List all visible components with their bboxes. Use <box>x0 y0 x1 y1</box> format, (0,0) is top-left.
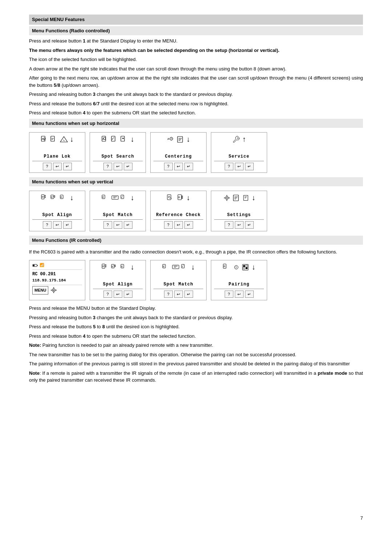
settings-arrow: ↓ <box>252 194 256 201</box>
spot-align-box: R B + B ↕ ↓ Spot Align ? ↩ ↵ <box>29 191 85 231</box>
svg-rect-101 <box>243 265 245 267</box>
pairing-icons: R ? ↓ <box>214 263 264 280</box>
spot-search-label: Spot Search <box>101 153 134 160</box>
svg-text:+: + <box>164 265 165 266</box>
centering-icon2 <box>176 135 184 143</box>
plane-lok-arrow: ↓ <box>70 135 74 143</box>
ir-spot-align-label: Spot Align <box>103 281 132 288</box>
spot-align-btn-undo[interactable]: ↩ <box>53 221 62 229</box>
spot-align-btn-enter[interactable]: ↵ <box>63 221 72 229</box>
ir-spot-match-arrow: ↓ <box>191 263 195 271</box>
radio-p6: Press and release button 4 to open the s… <box>29 109 363 117</box>
radio-p1: The icon of the selected function will b… <box>29 56 363 63</box>
centering-btn-enter[interactable]: ↵ <box>184 163 193 170</box>
pairing-icon3 <box>242 263 250 271</box>
ir-spot-align-btn-question[interactable]: ? <box>103 291 112 298</box>
plane-lok-icon: A <box>41 135 49 143</box>
service-btn-enter[interactable]: ↵ <box>245 163 254 170</box>
vertical-menu-title: Menu functions when set up vertical <box>32 179 113 184</box>
plane-lok-btn-undo[interactable]: ↩ <box>53 163 62 170</box>
plane-lok-btn-question[interactable]: ? <box>43 163 52 170</box>
reference-check-btn-undo[interactable]: ↩ <box>174 221 183 229</box>
pairing-icon2: ? <box>232 263 240 271</box>
spot-align-icon2: B + <box>50 194 58 202</box>
settings-buttons: ? ↩ ↵ <box>214 219 264 229</box>
spot-search-box: A z z z ↓ Spot Search ? ↩ ↵ <box>90 132 146 173</box>
svg-text:?: ? <box>235 266 237 269</box>
ir-spot-align-btn-enter[interactable]: ↵ <box>124 291 132 298</box>
settings-btn-enter[interactable]: ↵ <box>245 221 254 229</box>
svg-rect-104 <box>246 267 248 269</box>
svg-text:z: z <box>114 136 114 138</box>
service-arrow: ↑ <box>242 135 246 143</box>
pairing-buttons: ? ↩ ↵ <box>214 289 264 298</box>
settings-icon2 <box>232 194 240 202</box>
reference-check-icons: R ↓ <box>154 193 203 211</box>
menu-btn[interactable]: MENU <box>32 286 48 295</box>
svg-text:↕: ↕ <box>122 265 123 266</box>
svg-text:R: R <box>102 265 104 268</box>
svg-rect-71 <box>33 265 34 266</box>
svg-rect-49 <box>167 195 171 200</box>
ir-spot-match-icon2 <box>172 263 180 271</box>
service-box: ↑ Service ? ↩ ↵ <box>211 132 267 173</box>
svg-text:R: R <box>42 196 44 198</box>
horizontal-menu-header: Menu functions when set up horizontal <box>29 119 363 128</box>
ir-p3: Pressing and releasing button 3 changes … <box>29 314 363 321</box>
reference-check-btn-question[interactable]: ? <box>164 221 173 229</box>
pairing-icon1: R <box>223 263 231 271</box>
settings-btn-undo[interactable]: ↩ <box>235 221 244 229</box>
ir-spot-align-icon1: R <box>102 263 110 271</box>
horizontal-menu-title: Menu functions when set up horizontal <box>32 121 119 126</box>
spot-match-buttons: ? ↩ ↵ <box>93 219 143 229</box>
ir-p2: Press and release the MENU button at the… <box>29 305 363 312</box>
ir-note4: Note: If a remote is paired with a trans… <box>29 370 363 384</box>
pairing-btn-enter[interactable]: ↵ <box>245 291 254 298</box>
centering-btn-question[interactable]: ? <box>164 163 173 170</box>
pairing-btn-question[interactable]: ? <box>225 291 233 298</box>
plane-icon <box>50 135 58 143</box>
reference-check-label: Reference Check <box>156 212 201 218</box>
svg-text:∿: ∿ <box>63 139 65 142</box>
menu-ir-title: Menu Functions (IR controlled) <box>32 237 101 243</box>
service-btn-undo[interactable]: ↩ <box>235 163 244 170</box>
ir-spot-match-btn-question[interactable]: ? <box>164 291 173 298</box>
special-menu-title: Special MENU Features <box>32 17 85 22</box>
centering-label: Centering <box>165 153 192 160</box>
settings-btn-question[interactable]: ? <box>225 221 233 229</box>
settings-icons: ↓ <box>214 193 264 211</box>
ir-spot-match-btn-enter[interactable]: ↵ <box>184 291 193 298</box>
ir-spot-match-box: B + z z z ↓ Spot Match ? ↩ ↵ <box>150 260 207 301</box>
spot-search-buttons: ? ↩ ↵ <box>93 161 143 170</box>
radio-intro-para: Press and release button 1 at the Standa… <box>29 37 363 45</box>
ir-spot-align-arrow: ↓ <box>131 263 134 271</box>
settings-label: Settings <box>227 212 251 218</box>
spot-match-btn-undo[interactable]: ↩ <box>114 221 122 229</box>
svg-text:A: A <box>42 138 44 140</box>
triangle-icon: ∿ <box>60 135 68 143</box>
vertical-menu-row: R B + B ↕ ↓ Spot Align ? ↩ ↵ <box>29 191 363 231</box>
plane-lok-btn-enter[interactable]: ↵ <box>63 163 72 170</box>
spot-search-btn-question[interactable]: ? <box>103 163 112 170</box>
spot-match-btn-question[interactable]: ? <box>103 221 112 229</box>
special-menu-header: Special MENU Features <box>29 15 363 25</box>
ir-spot-match-btn-undo[interactable]: ↩ <box>174 291 183 298</box>
spot-search-btn-undo[interactable]: ↩ <box>114 163 122 170</box>
centering-btn-undo[interactable]: ↩ <box>174 163 183 170</box>
spot-search-arrow: ↓ <box>131 135 134 143</box>
pairing-btn-undo[interactable]: ↩ <box>235 291 244 298</box>
spot-align-icon1: R <box>41 194 49 202</box>
ir-spot-match-buttons: ? ↩ ↵ <box>154 289 203 298</box>
spot-align-btn-question[interactable]: ? <box>43 221 52 229</box>
ir-p5: Press and release button 4 to open the s… <box>29 333 363 340</box>
service-btn-question[interactable]: ? <box>225 163 233 170</box>
rc-number: RC 00.201 <box>32 271 56 277</box>
reference-check-btn-enter[interactable]: ↵ <box>184 221 193 229</box>
svg-rect-103 <box>243 267 245 269</box>
ir-spot-align-btn-undo[interactable]: ↩ <box>114 291 122 298</box>
ir-spot-align-buttons: ? ↩ ↵ <box>93 289 143 298</box>
svg-text:↕: ↕ <box>62 195 62 197</box>
spot-search-btn-enter[interactable]: ↵ <box>124 163 132 170</box>
spot-match-btn-enter[interactable]: ↵ <box>124 221 132 229</box>
ir-p4: Press and release the buttons 5 to 8 unt… <box>29 323 363 330</box>
